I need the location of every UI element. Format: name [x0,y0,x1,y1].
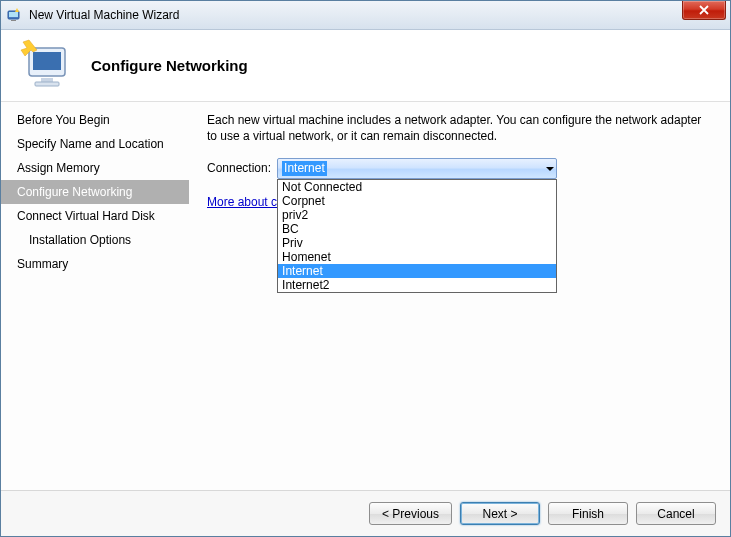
wizard-steps-sidebar: Before You Begin Specify Name and Locati… [1,102,189,490]
page-title: Configure Networking [91,57,248,74]
chevron-down-icon [546,167,554,171]
close-button[interactable] [682,1,726,20]
wizard-header: Configure Networking [1,30,730,102]
step-specify-name-location[interactable]: Specify Name and Location [1,132,189,156]
connection-option[interactable]: Internet2 [278,278,556,292]
step-before-you-begin[interactable]: Before You Begin [1,108,189,132]
svg-rect-1 [9,12,18,17]
connection-option[interactable]: BC [278,222,556,236]
app-icon [7,7,23,23]
svg-rect-5 [33,52,61,70]
wizard-footer: < Previous Next > Finish Cancel [1,490,730,536]
title-bar: New Virtual Machine Wizard [1,1,730,30]
finish-button[interactable]: Finish [548,502,628,525]
step-summary[interactable]: Summary [1,252,189,276]
connection-label: Connection: [207,158,271,175]
connection-selected-value: Internet [282,161,327,176]
step-installation-options[interactable]: Installation Options [1,228,189,252]
step-connect-virtual-hard-disk[interactable]: Connect Virtual Hard Disk [1,204,189,228]
svg-rect-7 [41,78,53,82]
connection-combobox[interactable]: Internet Not Connected Corpnet priv2 BC … [277,158,557,179]
close-icon [699,5,709,15]
step-assign-memory[interactable]: Assign Memory [1,156,189,180]
wizard-icon [15,38,75,94]
wizard-content: Each new virtual machine includes a netw… [189,102,730,490]
connection-dropdown-list: Not Connected Corpnet priv2 BC Priv Home… [277,179,557,293]
svg-rect-2 [11,20,16,21]
svg-rect-8 [35,82,59,86]
page-description: Each new virtual machine includes a netw… [207,112,712,144]
previous-button[interactable]: < Previous [369,502,452,525]
window-title: New Virtual Machine Wizard [29,8,180,22]
connection-option[interactable]: Priv [278,236,556,250]
connection-option[interactable]: Corpnet [278,194,556,208]
connection-option[interactable]: Not Connected [278,180,556,194]
connection-option[interactable]: Internet [278,264,556,278]
connection-option[interactable]: Homenet [278,250,556,264]
connection-option[interactable]: priv2 [278,208,556,222]
step-configure-networking[interactable]: Configure Networking [1,180,189,204]
cancel-button[interactable]: Cancel [636,502,716,525]
next-button[interactable]: Next > [460,502,540,525]
svg-marker-3 [15,8,19,12]
